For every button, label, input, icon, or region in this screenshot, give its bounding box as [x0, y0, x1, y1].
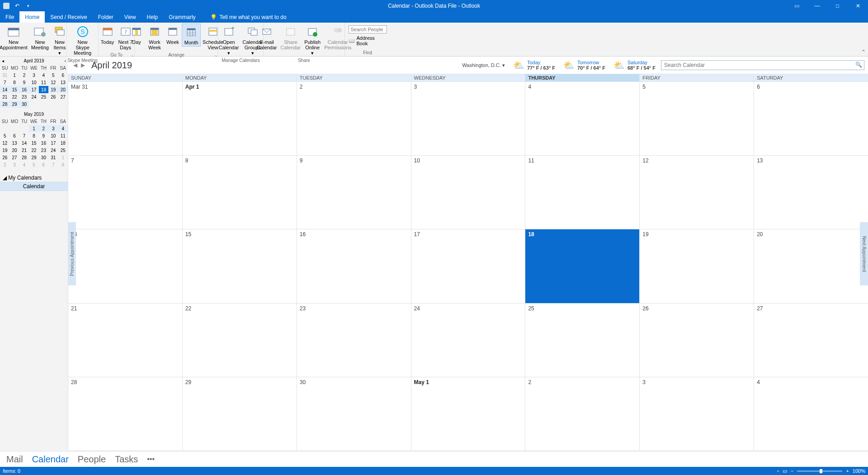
search-people-input[interactable] [349, 25, 387, 33]
mini-prev-icon[interactable]: ◂ [2, 58, 4, 63]
mini-day[interactable]: 30 [39, 154, 48, 161]
mini-day[interactable]: 24 [29, 93, 38, 100]
mini-day[interactable]: 11 [58, 132, 68, 139]
zoom-out-icon[interactable]: − [791, 468, 793, 474]
tab-home[interactable]: Home [19, 11, 45, 23]
calendar-cell[interactable]: 18 [525, 229, 639, 303]
mini-day[interactable]: 4 [58, 125, 68, 132]
mini-day[interactable]: 8 [58, 161, 68, 168]
calendar-cell[interactable]: 3 [411, 82, 525, 155]
mini-day[interactable]: 5 [0, 132, 9, 139]
calendar-cell[interactable]: 21 [68, 304, 182, 377]
mini-day[interactable]: 6 [39, 161, 48, 168]
tab-view[interactable]: View [119, 11, 142, 23]
mini-day[interactable]: 23 [39, 147, 48, 154]
ribbon-display-icon[interactable]: ▭ [787, 0, 807, 11]
calendar-cell[interactable]: 9 [297, 156, 411, 229]
mini-day[interactable]: 4 [19, 161, 29, 168]
mini-day[interactable]: 2 [19, 71, 29, 79]
calendar-cell[interactable]: 8 [182, 156, 297, 229]
calendar-cell[interactable]: 6 [754, 82, 868, 155]
weather-day[interactable]: ⛅Today77° F / 63° F [513, 60, 555, 71]
undo-icon[interactable]: ↶ [14, 2, 21, 10]
work-week-view-button[interactable]: Work Week [146, 24, 164, 51]
mini-day[interactable]: 15 [29, 139, 38, 147]
nav-people[interactable]: People [78, 454, 106, 465]
today-button[interactable]: Today [99, 24, 117, 46]
calendar-cell[interactable]: 7 [68, 156, 182, 229]
mini-day[interactable]: 29 [29, 154, 38, 161]
tab-folder[interactable]: Folder [93, 11, 119, 23]
mini-day[interactable]: 3 [29, 71, 38, 79]
nav-calendar[interactable]: Calendar [32, 454, 69, 465]
mini-day[interactable]: 3 [48, 125, 58, 132]
nav-more-icon[interactable]: ••• [147, 455, 155, 463]
view-reading-icon[interactable]: ▭ [783, 468, 787, 474]
mini-day[interactable]: 26 [0, 154, 9, 161]
mini-day[interactable]: 12 [0, 139, 9, 147]
mini-day[interactable]: 2 [39, 125, 48, 132]
tab-file[interactable]: File [0, 11, 19, 23]
mini-day[interactable]: 25 [39, 93, 48, 100]
close-icon[interactable]: ✕ [848, 0, 868, 11]
calendar-cell[interactable]: 24 [411, 304, 525, 377]
ribbon-collapse-icon[interactable]: ⌃ [861, 49, 866, 55]
mini-day[interactable]: 10 [29, 79, 38, 86]
open-calendar-button[interactable]: +Open Calendar ▾ [217, 24, 241, 57]
mini-day[interactable]: 11 [39, 79, 48, 86]
calendar-cell[interactable]: 4 [754, 377, 868, 451]
calendar-cell[interactable]: 25 [525, 304, 639, 377]
mini-day[interactable]: 25 [58, 147, 68, 154]
month-view-button[interactable]: Month [182, 24, 201, 47]
mini-day[interactable]: 18 [39, 86, 48, 93]
calendar-cell[interactable]: 28 [68, 377, 182, 451]
calendar-cell[interactable]: 12 [639, 156, 754, 229]
new-meeting-button[interactable]: New Meeting [29, 24, 51, 51]
calendar-cell[interactable]: 30 [297, 377, 411, 451]
calendar-cell[interactable]: 20 [754, 229, 868, 303]
mini-day[interactable]: 13 [58, 79, 68, 86]
mini-day[interactable]: 17 [48, 139, 58, 147]
calendar-cell[interactable]: 16 [297, 229, 411, 303]
mini-day[interactable]: 4 [39, 71, 48, 79]
mini-day[interactable]: 27 [9, 154, 19, 161]
calendar-cell[interactable]: Mar 31 [68, 82, 182, 155]
calendar-cell[interactable]: May 1 [411, 377, 525, 451]
weather-location[interactable]: Washington, D.C. ▾ [462, 62, 505, 68]
calendar-cell[interactable]: 17 [411, 229, 525, 303]
tab-help[interactable]: Help [142, 11, 164, 23]
mini-day[interactable]: 8 [29, 132, 38, 139]
mini-day[interactable]: 1 [58, 154, 68, 161]
new-appointment-button[interactable]: New Appointment [0, 24, 29, 51]
calendar-cell[interactable]: 4 [525, 82, 639, 155]
mini-day[interactable]: 20 [58, 86, 68, 93]
tab-grammarly[interactable]: Grammarly [163, 11, 201, 23]
mini-day[interactable]: 7 [19, 132, 29, 139]
mini-day[interactable]: 13 [9, 139, 19, 147]
mini-day[interactable]: 17 [29, 86, 38, 93]
mini-day[interactable]: 20 [9, 147, 19, 154]
calendar-cell[interactable]: 2 [297, 82, 411, 155]
mini-day[interactable]: 1 [9, 71, 19, 79]
mini-day[interactable]: 27 [58, 93, 68, 100]
mini-day[interactable]: 9 [19, 79, 29, 86]
mini-day[interactable]: 10 [48, 132, 58, 139]
calendar-cell[interactable]: 11 [525, 156, 639, 229]
mini-day[interactable]: 3 [9, 161, 19, 168]
mini-day[interactable]: 22 [9, 93, 19, 100]
mini-day[interactable]: 8 [9, 79, 19, 86]
tab-send-receive[interactable]: Send / Receive [45, 11, 92, 23]
mini-day[interactable]: 19 [0, 147, 9, 154]
day-view-button[interactable]: Day [127, 24, 146, 46]
minimize-icon[interactable]: — [807, 0, 827, 11]
publish-online-button[interactable]: Publish Online ▾ [302, 24, 322, 57]
mini-day[interactable]: 1 [29, 125, 38, 132]
zoom-level[interactable]: 100% [853, 468, 865, 474]
calendar-cell[interactable]: 26 [639, 304, 754, 377]
calendar-cell[interactable]: 2 [525, 377, 639, 451]
mini-collapse-icon[interactable]: ‹ [65, 58, 66, 63]
mini-day[interactable]: 28 [19, 154, 29, 161]
mini-day[interactable]: 31 [0, 71, 9, 79]
view-normal-icon[interactable]: ▫ [777, 468, 779, 474]
mini-day[interactable]: 19 [48, 86, 58, 93]
